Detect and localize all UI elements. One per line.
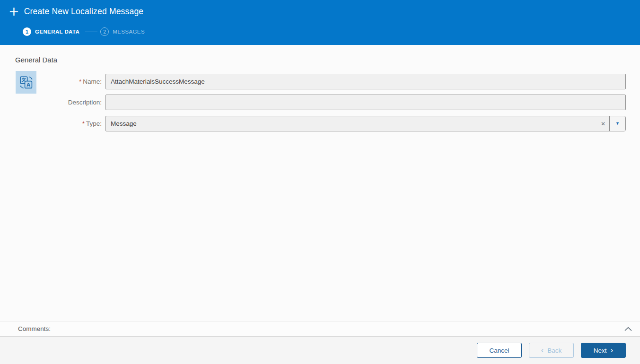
chevron-down-icon: ▼ bbox=[615, 121, 620, 126]
wizard-step-messages[interactable]: 2 MESSAGES bbox=[100, 27, 145, 36]
type-combobox-input[interactable] bbox=[106, 116, 597, 131]
chevron-up-icon bbox=[624, 327, 632, 331]
field-row-description: Description: bbox=[0, 95, 626, 110]
clear-icon[interactable]: ✕ bbox=[597, 116, 609, 131]
cancel-button-label: Cancel bbox=[489, 347, 509, 354]
next-button-label: Next bbox=[594, 347, 607, 354]
field-label-name: *Name: bbox=[0, 78, 102, 85]
back-button-label: Back bbox=[547, 347, 561, 354]
section-title: General Data bbox=[15, 56, 57, 64]
cancel-button[interactable]: Cancel bbox=[477, 343, 522, 358]
wizard-step-general-data[interactable]: 1 GENERAL DATA bbox=[23, 27, 79, 36]
step-label: MESSAGES bbox=[113, 29, 145, 35]
type-dropdown-button[interactable]: ▼ bbox=[609, 116, 625, 131]
create-localized-message-wizard: + Create New Localized Message 1 GENERAL… bbox=[0, 0, 640, 364]
wizard-step-indicator: 1 GENERAL DATA 2 MESSAGES bbox=[23, 27, 145, 36]
title-row: + Create New Localized Message bbox=[9, 5, 143, 17]
wizard-footer: Cancel ‹ Back Next › bbox=[0, 337, 640, 364]
field-label-text: Type: bbox=[86, 120, 102, 127]
field-row-type: *Type: ✕ ▼ bbox=[0, 116, 626, 131]
chevron-left-icon: ‹ bbox=[541, 346, 544, 354]
name-input[interactable] bbox=[105, 74, 626, 89]
field-label-text: Description: bbox=[68, 99, 102, 106]
comments-bar: Comments: bbox=[0, 321, 640, 337]
step-number-badge: 1 bbox=[23, 27, 31, 36]
type-combobox: ✕ ▼ bbox=[105, 116, 626, 131]
field-label-text: Name: bbox=[83, 78, 102, 85]
step-label: GENERAL DATA bbox=[35, 29, 79, 35]
step-number-badge: 2 bbox=[100, 27, 109, 36]
description-input[interactable] bbox=[105, 95, 626, 110]
wizard-header: + Create New Localized Message 1 GENERAL… bbox=[0, 0, 640, 45]
comments-label: Comments: bbox=[18, 325, 51, 332]
chevron-right-icon: › bbox=[611, 346, 614, 354]
field-label-type: *Type: bbox=[0, 120, 102, 127]
general-data-panel: General Data A *Name: bbox=[0, 45, 640, 321]
page-title: Create New Localized Message bbox=[24, 7, 144, 17]
comments-collapse-button[interactable] bbox=[624, 327, 632, 331]
plus-icon: + bbox=[9, 5, 19, 17]
required-marker: * bbox=[82, 120, 85, 127]
next-button[interactable]: Next › bbox=[581, 343, 626, 358]
field-row-name: *Name: bbox=[0, 74, 626, 89]
required-marker: * bbox=[79, 78, 81, 85]
back-button[interactable]: ‹ Back bbox=[529, 343, 574, 358]
field-label-description: Description: bbox=[0, 99, 102, 106]
step-connector bbox=[85, 32, 97, 32]
